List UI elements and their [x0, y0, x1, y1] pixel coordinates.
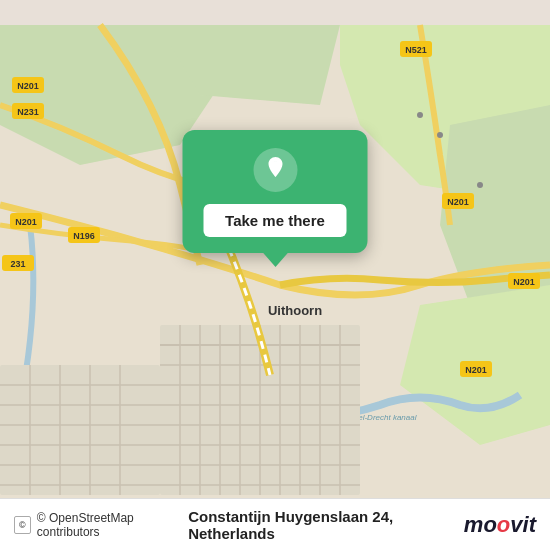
footer-left: © © OpenStreetMap contributors — [14, 511, 188, 539]
take-me-there-button[interactable]: Take me there — [203, 204, 347, 237]
svg-text:N231: N231 — [17, 107, 39, 117]
svg-text:N521: N521 — [405, 45, 427, 55]
svg-text:N201: N201 — [465, 365, 487, 375]
svg-text:N201: N201 — [447, 197, 469, 207]
svg-text:N201: N201 — [513, 277, 535, 287]
map-container: Amstel-Drecht kanaal — [0, 0, 550, 550]
footer-bar: © © OpenStreetMap contributors Constanti… — [0, 498, 550, 550]
svg-text:Uithoorn: Uithoorn — [268, 303, 322, 318]
svg-text:231: 231 — [10, 259, 25, 269]
pin-marker — [263, 155, 287, 185]
svg-point-56 — [437, 132, 443, 138]
svg-point-55 — [417, 112, 423, 118]
svg-text:N201: N201 — [17, 81, 39, 91]
svg-text:N201: N201 — [15, 217, 37, 227]
footer-address: Constantijn Huygenslaan 24, Netherlands — [188, 508, 464, 542]
moovit-logo: moovit — [464, 512, 536, 538]
map-background: Amstel-Drecht kanaal — [0, 0, 550, 550]
location-card: Take me there — [183, 130, 368, 253]
pin-icon — [253, 148, 297, 192]
svg-text:N196: N196 — [73, 231, 95, 241]
attribution-text: © OpenStreetMap contributors — [37, 511, 188, 539]
openstreetmap-logo: © — [14, 516, 31, 534]
svg-point-57 — [477, 182, 483, 188]
